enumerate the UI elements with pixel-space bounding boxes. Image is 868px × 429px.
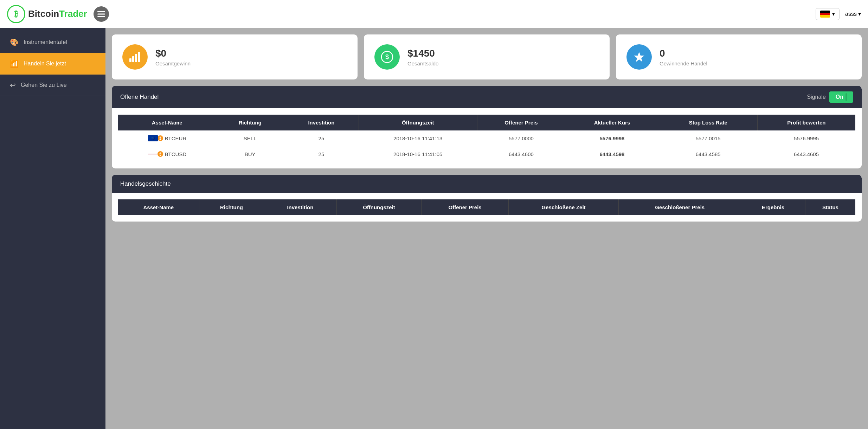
col-current-rate: Aktueller Kurs	[565, 115, 659, 130]
trades-icon	[626, 44, 652, 70]
open-trades-title: Offene Handel	[120, 94, 159, 101]
signals-toggle-button[interactable]: On	[829, 91, 853, 103]
profit-label: Gesamtgewinn	[155, 60, 191, 66]
signals-toggle: Signale On	[807, 91, 853, 103]
user-name: asss	[845, 11, 857, 17]
open-price-cell: 6443.4600	[477, 146, 565, 162]
sidebar: 🎨 Instrumententafel 📶 Handeln Sie jetzt …	[0, 28, 105, 429]
trade-icon: 📶	[10, 59, 19, 68]
svg-rect-1	[97, 13, 105, 14]
stat-card-profit: $0 Gesamtgewinn	[112, 34, 358, 79]
investment-cell: 25	[284, 130, 359, 146]
h-col-direction: Richtung	[199, 199, 264, 215]
h-col-open-time: Öffnungszeit	[336, 199, 422, 215]
svg-rect-4	[132, 56, 134, 62]
balance-label: Gesamtsaldo	[407, 60, 438, 66]
stats-row: $0 Gesamtgewinn $ $1450 Gesamtsaldo	[112, 34, 862, 79]
profit-icon	[122, 44, 148, 70]
direction-cell: BUY	[216, 146, 284, 162]
user-menu[interactable]: asss ▾	[845, 11, 861, 17]
balance-info: $1450 Gesamtsaldo	[407, 48, 438, 66]
current-rate-cell: 6443.4598	[565, 146, 659, 162]
logo-icon: ₿	[7, 5, 25, 23]
sidebar-item-live[interactable]: ↩ Gehen Sie zu Live	[0, 75, 105, 96]
open-trades-table-container: Asset-Name Richtung Investition Öffnungs…	[112, 108, 862, 168]
logo: ₿ BitcoinTrader	[7, 5, 87, 23]
svg-text:$: $	[385, 53, 389, 60]
direction-cell: SELL	[216, 130, 284, 146]
open-price-cell: 5577.0000	[477, 130, 565, 146]
svg-rect-3	[129, 58, 131, 62]
dashboard-icon: 🎨	[10, 38, 19, 46]
h-col-status: Status	[805, 199, 855, 215]
investment-cell: 25	[284, 146, 359, 162]
language-selector[interactable]: ▾	[816, 8, 840, 20]
profit-cell: 5576.9995	[757, 130, 855, 146]
balance-icon: $	[374, 44, 400, 70]
stop-loss-cell: 6443.4585	[659, 146, 757, 162]
trade-history-table: Asset-Name Richtung Investition Öffnungs…	[118, 199, 855, 215]
header-right: ▾ asss ▾	[816, 8, 861, 20]
toggle-line	[846, 93, 847, 101]
trades-info: 0 Gewinnende Handel	[660, 48, 707, 66]
trade-history-panel: Handelsgeschichte Asset-Name Richtung In…	[112, 175, 862, 222]
h-col-result: Ergebnis	[741, 199, 805, 215]
stat-card-trades: 0 Gewinnende Handel	[616, 34, 862, 79]
main-layout: 🎨 Instrumententafel 📶 Handeln Sie jetzt …	[0, 28, 868, 429]
profit-cell: 6443.4605	[757, 146, 855, 162]
open-trades-header: Offene Handel Signale On	[112, 86, 862, 108]
signals-label: Signale	[807, 94, 825, 100]
col-investment: Investition	[284, 115, 359, 130]
sidebar-item-label: Handeln Sie jetzt	[24, 60, 66, 67]
col-asset: Asset-Name	[118, 115, 216, 130]
col-profit: Profit bewerten	[757, 115, 855, 130]
live-icon: ↩	[10, 81, 16, 89]
h-col-close-time: Geschloßene Zeit	[508, 199, 619, 215]
stop-loss-cell: 5577.0015	[659, 130, 757, 146]
balance-value: $1450	[407, 48, 438, 59]
svg-rect-5	[135, 54, 137, 62]
menu-button[interactable]	[94, 6, 109, 22]
trade-history-table-container: Asset-Name Richtung Investition Öffnungs…	[112, 193, 862, 222]
svg-rect-2	[97, 16, 105, 17]
sidebar-item-dashboard[interactable]: 🎨 Instrumententafel	[0, 32, 105, 53]
header: ₿ BitcoinTrader ▾ asss ▾	[0, 0, 868, 28]
lang-chevron: ▾	[832, 11, 835, 17]
profit-info: $0 Gesamtgewinn	[155, 48, 191, 66]
h-col-close-price: Geschloßener Preis	[619, 199, 741, 215]
trades-label: Gewinnende Handel	[660, 60, 707, 66]
profit-value: $0	[155, 48, 191, 59]
current-rate-cell: 5576.9998	[565, 130, 659, 146]
history-header-row: Asset-Name Richtung Investition Öffnungs…	[118, 199, 855, 215]
sidebar-item-label: Instrumententafel	[24, 39, 67, 45]
flag-de-icon	[820, 11, 830, 18]
trade-history-title: Handelsgeschichte	[120, 180, 171, 187]
svg-rect-6	[138, 52, 140, 62]
table-row: ₿ BTCUSD BUY 25 2018-10-16 11:41:05 6443…	[118, 146, 855, 162]
svg-rect-0	[97, 11, 105, 12]
h-col-open-price: Offener Preis	[422, 199, 508, 215]
table-row: 🇪🇺 ₿ BTCEUR SELL 25 2018-10-16 11:41:13 …	[118, 130, 855, 146]
col-direction: Richtung	[216, 115, 284, 130]
h-col-asset: Asset-Name	[118, 199, 199, 215]
trades-value: 0	[660, 48, 707, 59]
open-time-cell: 2018-10-16 11:41:13	[359, 130, 477, 146]
sidebar-item-label: Gehen Sie zu Live	[21, 82, 67, 88]
open-trades-header-row: Asset-Name Richtung Investition Öffnungs…	[118, 115, 855, 130]
col-open-time: Öffnungszeit	[359, 115, 477, 130]
open-time-cell: 2018-10-16 11:41:05	[359, 146, 477, 162]
open-trades-table: Asset-Name Richtung Investition Öffnungs…	[118, 115, 855, 162]
col-open-price: Offener Preis	[477, 115, 565, 130]
open-trades-panel: Offene Handel Signale On Asset-Name Rich…	[112, 86, 862, 168]
asset-name-cell: ₿ BTCUSD	[118, 146, 216, 162]
logo-text: BitcoinTrader	[28, 8, 87, 19]
user-chevron: ▾	[858, 11, 861, 17]
col-stop-loss: Stop Loss Rate	[659, 115, 757, 130]
content: $0 Gesamtgewinn $ $1450 Gesamtsaldo	[105, 28, 868, 429]
sidebar-item-trade[interactable]: 📶 Handeln Sie jetzt	[0, 53, 105, 75]
asset-name-cell: 🇪🇺 ₿ BTCEUR	[118, 130, 216, 146]
stat-card-balance: $ $1450 Gesamtsaldo	[364, 34, 610, 79]
h-col-investment: Investition	[264, 199, 336, 215]
trade-history-header: Handelsgeschichte	[112, 175, 862, 193]
